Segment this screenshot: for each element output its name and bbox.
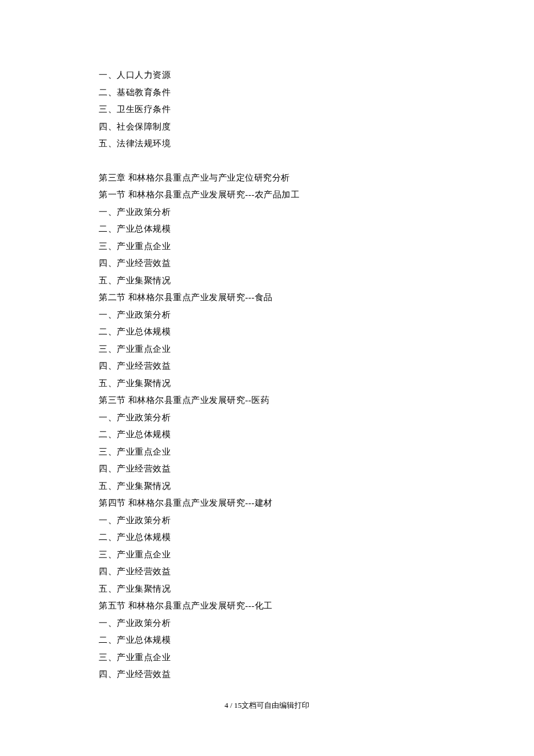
toc-line: 四、产业经营效益 [99, 666, 435, 683]
toc-line: 二、产业总体规模 [99, 221, 435, 238]
toc-line: 二、产业总体规模 [99, 426, 435, 444]
toc-line: 一、人口人力资源 [99, 67, 435, 84]
toc-line: 三、产业重点企业 [99, 341, 435, 358]
toc-line: 一、产业政策分析 [99, 615, 435, 632]
toc-line: 五、产业集聚情况 [99, 375, 435, 393]
toc-line: 四、社会保障制度 [99, 118, 435, 136]
page-separator: / [228, 701, 234, 710]
toc-section-heading: 第一节 和林格尔县重点产业发展研究---农产品加工 [99, 186, 435, 204]
toc-line: 五、产业集聚情况 [99, 581, 435, 598]
toc-line: 四、产业经营效益 [99, 255, 435, 272]
toc-line: 二、产业总体规模 [99, 529, 435, 546]
footer-note: 文档可自由编辑打印 [241, 701, 309, 710]
toc-line: 三、产业重点企业 [99, 238, 435, 255]
toc-line: 二、产业总体规模 [99, 632, 435, 649]
document-body: 一、人口人力资源 二、基础教育条件 三、卫生医疗条件 四、社会保障制度 五、法律… [0, 0, 534, 683]
toc-section-heading: 第四节 和林格尔县重点产业发展研究---建材 [99, 495, 435, 512]
toc-line: 三、产业重点企业 [99, 649, 435, 667]
toc-chapter-heading: 第三章 和林格尔县重点产业与产业定位研究分析 [99, 170, 435, 187]
toc-line: 四、产业经营效益 [99, 563, 435, 581]
toc-line: 五、产业集聚情况 [99, 272, 435, 290]
toc-line: 四、产业经营效益 [99, 358, 435, 375]
page-number-total: 15 [234, 701, 241, 710]
toc-section-heading: 第二节 和林格尔县重点产业发展研究---食品 [99, 289, 435, 307]
toc-line: 二、基础教育条件 [99, 84, 435, 102]
toc-line: 三、卫生医疗条件 [99, 101, 435, 118]
toc-line: 一、产业政策分析 [99, 204, 435, 221]
toc-line: 三、产业重点企业 [99, 444, 435, 461]
page-footer: 4 / 15文档可自由编辑打印 [0, 700, 534, 711]
toc-section-heading: 第三节 和林格尔县重点产业发展研究--医药 [99, 392, 435, 409]
toc-line: 一、产业政策分析 [99, 409, 435, 427]
blank-line [99, 153, 435, 170]
toc-line: 五、法律法规环境 [99, 135, 435, 153]
toc-line: 四、产业经营效益 [99, 460, 435, 478]
toc-section-heading: 第五节 和林格尔县重点产业发展研究---化工 [99, 597, 435, 615]
toc-line: 一、产业政策分析 [99, 307, 435, 324]
toc-line: 一、产业政策分析 [99, 512, 435, 530]
toc-line: 三、产业重点企业 [99, 546, 435, 564]
toc-line: 五、产业集聚情况 [99, 478, 435, 495]
toc-line: 二、产业总体规模 [99, 323, 435, 341]
